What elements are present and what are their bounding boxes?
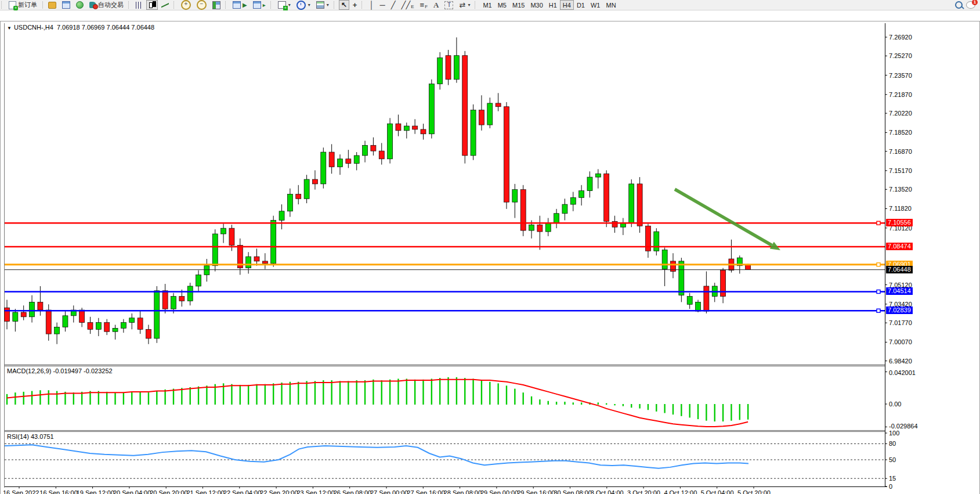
chart-shift-button[interactable]: ▸ (251, 0, 268, 10)
line-handle[interactable] (877, 221, 880, 225)
candle-body (379, 151, 384, 159)
timeframe-mn-button[interactable]: MN (603, 0, 619, 10)
time-axis-label: 20 Sep 04:00 (113, 489, 151, 494)
trendline-button[interactable]: ╱ (389, 0, 398, 10)
zoom-in-button[interactable]: + (179, 0, 193, 10)
candle-body (304, 179, 309, 199)
auto-scroll-button[interactable]: ▶ (230, 0, 249, 10)
chart-window[interactable]: ▼USDCNH-,H4 7.06918 7.06969 7.06444 7.06… (0, 10, 980, 494)
bar-chart-button[interactable] (133, 0, 145, 10)
candle-body (612, 221, 617, 227)
new-chart-icon: + (278, 1, 286, 9)
timeframe-group: M1M5M15M30H1H4D1W1MN (480, 0, 619, 10)
candle-body (212, 234, 218, 266)
channel-button[interactable]: ╱╱E (399, 0, 417, 10)
candle-body (104, 323, 110, 332)
ohlc-values: 7.06918 7.06969 7.06444 7.06448 (57, 24, 154, 31)
time-axis-label: 22 Sep 04:00 (223, 489, 261, 494)
crosshair-button[interactable]: + (350, 0, 360, 10)
toolbar-right-group: 1 (955, 1, 980, 9)
rsi-axis-label: 80 (889, 440, 896, 447)
candle-body (254, 257, 259, 261)
time-axis-label: 29 Sep 00:00 (480, 489, 518, 494)
timeframe-m15-button[interactable]: M15 (509, 0, 527, 10)
rsi-axis-label: 50 (889, 456, 896, 463)
timeframe-h1-button[interactable]: H1 (546, 0, 560, 10)
timeframe-m30-button[interactable]: M30 (527, 0, 545, 10)
text-button[interactable]: A (431, 0, 441, 10)
candle-body (363, 145, 368, 156)
navigator-button[interactable] (74, 0, 86, 10)
rsi-axis-label: 100 (889, 430, 899, 437)
autotrade-button[interactable]: 自动交易 (87, 0, 126, 10)
chat-badge: 1 (972, 0, 978, 5)
chart-shift-icon (253, 1, 261, 9)
price-axis-label: 7.21870 (889, 91, 912, 98)
time-axis-label: 28 Sep 08:00 (444, 489, 482, 494)
candle-body (554, 214, 559, 223)
candle-body (696, 302, 701, 311)
price-axis-label: 7.20220 (889, 110, 912, 117)
fibonacci-button[interactable]: ≡F (418, 0, 430, 10)
text-label-button[interactable]: T (442, 0, 455, 10)
candle-body (79, 310, 85, 323)
candle-body (146, 329, 151, 338)
new-chart-button[interactable]: +▾ (276, 0, 293, 10)
candle-body (46, 310, 51, 334)
candle-body (545, 222, 551, 232)
templates-button[interactable]: ▾ (314, 0, 331, 10)
timeframe-m1-button[interactable]: M1 (480, 0, 494, 10)
candle-body (113, 328, 118, 331)
market-depth-button[interactable] (46, 0, 59, 10)
candle-body (479, 110, 484, 125)
zoom-out-button[interactable]: − (194, 0, 209, 10)
vertical-line-button[interactable]: │ (367, 0, 376, 10)
periods-button[interactable]: ▾ (294, 0, 313, 10)
line-handle[interactable] (877, 290, 880, 293)
market-depth-icon (48, 2, 56, 9)
timeframe-h4-button[interactable]: H4 (560, 0, 574, 10)
candle-body (529, 225, 534, 230)
line-handle[interactable] (877, 309, 880, 312)
candlestick-chart-icon (149, 1, 156, 9)
line-handle[interactable] (877, 263, 880, 266)
candle-body (321, 152, 326, 184)
candle-body (437, 58, 443, 84)
auto-scroll-icon (233, 1, 241, 9)
chart-canvas[interactable] (0, 21, 980, 494)
timeframe-w1-button[interactable]: W1 (588, 0, 603, 10)
price-axis-label: 7.15170 (889, 167, 912, 174)
timeframe-d1-button[interactable]: D1 (574, 0, 588, 10)
chat-icon[interactable]: 1 (966, 1, 975, 9)
collapse-triangle-icon[interactable]: ▼ (7, 26, 12, 31)
time-axis-label: 22 Sep 20:00 (260, 489, 298, 494)
toolbar-grip (334, 1, 337, 9)
symbol-period-label: USDCNH-,H4 (14, 24, 53, 31)
cursor-button[interactable]: ↖ (339, 0, 349, 10)
new-order-button[interactable]: + 新订单 (6, 0, 39, 10)
horizontal-line-button[interactable]: ─ (378, 0, 388, 10)
price-axis-label: 7.26920 (889, 34, 912, 41)
timeframe-m5-button[interactable]: M5 (495, 0, 509, 10)
candle-body (446, 56, 451, 80)
candle-body (604, 174, 609, 221)
candle-body (662, 250, 667, 269)
main-toolbar: + 新订单 自动交易 + − ▶ ▸ +▾ ▾ ▾ ↖ + │ ─ ╱ ╱╱E … (0, 0, 980, 10)
market-watch-button[interactable] (60, 0, 73, 10)
candle-body (229, 228, 234, 245)
autotrade-icon (89, 2, 96, 8)
candlestick-chart-button[interactable] (146, 0, 158, 10)
zoom-in-icon: + (181, 0, 191, 10)
time-axis-label: 19 Sep 12:00 (77, 489, 114, 494)
candle-body (30, 302, 35, 316)
candle-body (654, 232, 659, 251)
arrows-tool-button[interactable]: ⇄▾ (457, 0, 472, 10)
tile-windows-button[interactable] (210, 0, 223, 10)
candle-body (221, 228, 226, 234)
new-order-label: 新订单 (18, 1, 37, 9)
search-icon[interactable] (955, 1, 963, 9)
line-chart-button[interactable] (159, 0, 171, 10)
candle-body (629, 184, 634, 223)
candle-body (520, 190, 526, 230)
candle-body (421, 129, 426, 134)
